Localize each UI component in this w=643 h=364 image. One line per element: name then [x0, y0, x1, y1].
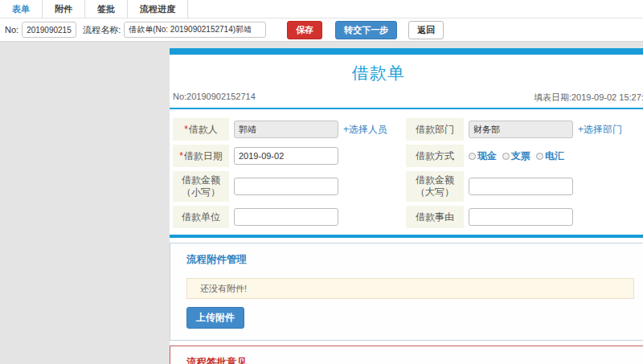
doc-meta-row: No:20190902152714 填表日期:2019-09-02 15:27:… [173, 92, 643, 104]
approval-panel: 流程签批意见 B I abc A [170, 346, 643, 364]
doc-number: No:20190902152714 [173, 92, 256, 104]
loan-form-fields: *借款人 +选择人员 借款部门 +选择部门 *借款日期 [170, 109, 643, 228]
save-button[interactable]: 保存 [287, 21, 322, 39]
loan-method-radio-group: 现金 支票 电汇 [469, 149, 570, 163]
flow-name-input[interactable] [124, 22, 266, 38]
loan-date-label: *借款日期 [173, 145, 229, 167]
no-attachments-alert: 还没有附件! [186, 278, 634, 299]
loan-form-card: 借款单 No:20190902152714 填表日期:2019-09-02 15… [170, 48, 643, 364]
loan-unit-label: 借款单位 [173, 206, 229, 228]
radio-wire-transfer[interactable]: 电汇 [536, 149, 564, 163]
loan-method-label: 借款方式 [406, 145, 464, 167]
amount-upper-label: 借款金额（大写） [406, 171, 464, 202]
back-button[interactable]: 返回 [408, 21, 444, 39]
attachments-panel: 流程附件管理 还没有附件! 上传附件 [170, 243, 643, 341]
select-department-link[interactable]: +选择部门 [578, 123, 622, 137]
form-toolbar: No: 流程名称: 保存 转交下一步 返回 [0, 18, 643, 41]
required-asterisk: * [179, 150, 183, 162]
radio-circle-icon [469, 153, 476, 160]
radio-circle-icon [536, 153, 543, 160]
borrower-label: *借款人 [173, 118, 229, 141]
radio-circle-icon [502, 153, 510, 160]
tab-bar: 表单 附件 签批 流程进度 [0, 0, 643, 18]
radio-cash[interactable]: 现金 [469, 149, 497, 163]
borrower-input[interactable] [234, 121, 338, 138]
tab-form[interactable]: 表单 [0, 0, 43, 18]
loan-date-input[interactable] [234, 147, 338, 165]
no-input[interactable] [22, 22, 76, 38]
card-top-accent-bar [170, 48, 643, 55]
amount-lower-input[interactable] [234, 178, 338, 195]
tab-attachments[interactable]: 附件 [43, 0, 85, 18]
flow-name-label: 流程名称: [83, 24, 121, 36]
tab-approval[interactable]: 签批 [85, 0, 128, 18]
tab-progress[interactable]: 流程进度 [128, 0, 188, 18]
doc-fill-date: 填表日期:2019-09-02 15:27:1 [534, 92, 643, 104]
loan-reason-label: 借款事由 [406, 206, 464, 228]
select-person-link[interactable]: +选择人员 [343, 123, 387, 137]
form-bottom-accent-bar [170, 235, 643, 238]
department-input[interactable] [469, 121, 573, 138]
amount-upper-input[interactable] [469, 178, 573, 195]
top-header: 表单 附件 签批 流程进度 No: 流程名称: 保存 转交下一步 返回 [0, 0, 643, 42]
next-step-button[interactable]: 转交下一步 [335, 21, 397, 39]
required-asterisk: * [184, 124, 188, 135]
loan-reason-input[interactable] [469, 208, 573, 226]
page-title: 借款单 [170, 62, 588, 84]
upload-attachment-button[interactable]: 上传附件 [186, 307, 244, 329]
no-label: No: [5, 25, 18, 35]
radio-cheque[interactable]: 支票 [502, 149, 530, 163]
attachments-heading: 流程附件管理 [186, 253, 643, 267]
loan-unit-input[interactable] [234, 208, 338, 226]
department-label: 借款部门 [406, 118, 464, 141]
approval-heading: 流程签批意见 [186, 356, 643, 364]
amount-lower-label: 借款金额（小写） [173, 171, 229, 202]
